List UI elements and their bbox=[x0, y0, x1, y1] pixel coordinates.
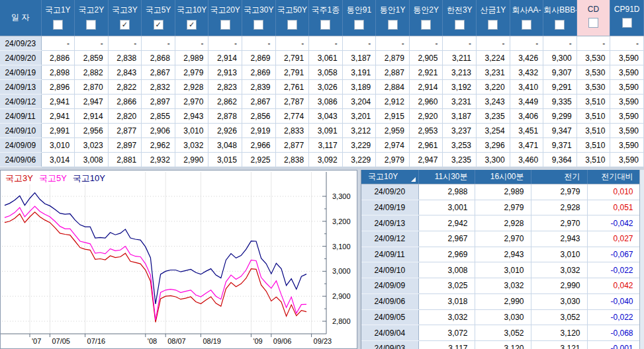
column-label: 통안91 bbox=[343, 5, 376, 16]
detail-row[interactable]: 24/09/043,0723,0523,120-0,068 bbox=[361, 325, 640, 341]
detail-row[interactable]: 24/09/122,9672,9702,9430,027 bbox=[361, 231, 640, 247]
rate-cell: 3,086 bbox=[309, 95, 343, 109]
rate-cell: 3,023 bbox=[75, 138, 109, 153]
rate-cell: 3,015 bbox=[208, 153, 242, 167]
value-1130-cell: 3,018 bbox=[418, 293, 475, 309]
column-label: 국주1종 bbox=[309, 5, 342, 16]
rate-cell: 9,307 bbox=[543, 65, 577, 80]
rate-cell: 2,991 bbox=[41, 124, 75, 138]
rate-cell: 2,947 bbox=[75, 95, 109, 109]
rate-cell: 2,912 bbox=[376, 95, 410, 109]
column-header-4: 국고5Y✓ bbox=[142, 0, 175, 36]
rates-row[interactable]: 24/09/093,0103,0232,8972,9623,0323,0482,… bbox=[0, 138, 644, 153]
column-checkbox[interactable] bbox=[488, 20, 498, 30]
vertical-scrollbar[interactable] bbox=[639, 170, 644, 349]
column-checkbox[interactable] bbox=[253, 20, 263, 30]
date-cell: 24/09/23 bbox=[0, 36, 41, 51]
detail-row[interactable]: 24/09/202,9882,9892,9790,010 bbox=[361, 184, 640, 200]
column-checkbox[interactable]: ✓ bbox=[120, 20, 130, 30]
legend-item-ktb5y: 국고5Y bbox=[39, 173, 67, 184]
detail-row[interactable]: 24/09/063,0182,9903,030-0,040 bbox=[361, 293, 640, 309]
rates-row[interactable]: 24/09/102,9912,9562,8772,9063,0102,9262,… bbox=[0, 124, 644, 138]
date-cell: 24/09/03 bbox=[361, 340, 418, 349]
column-label: 국고1Y bbox=[42, 5, 75, 16]
rate-cell: 2,869 bbox=[242, 51, 275, 65]
rates-row[interactable]: 24/09/192,8982,8822,8432,8672,9792,9132,… bbox=[0, 65, 644, 80]
rate-cell: 2,974 bbox=[376, 138, 410, 153]
column-checkbox[interactable] bbox=[320, 20, 330, 30]
rate-cell: 2,787 bbox=[275, 95, 309, 109]
rate-cell: 3,061 bbox=[309, 51, 343, 65]
rate-cell: 3,590 bbox=[610, 124, 644, 138]
detail-row[interactable]: 24/09/103,0083,0103,032-0,022 bbox=[361, 262, 640, 278]
rate-cell: 3,406 bbox=[510, 109, 543, 124]
change-cell: 0,051 bbox=[587, 200, 640, 215]
column-checkbox[interactable] bbox=[522, 20, 531, 30]
column-checkbox[interactable] bbox=[555, 20, 565, 30]
rate-cell: 3,008 bbox=[75, 153, 109, 167]
yield-chart-panel: 국고3Y국고5Y국고10Y 3,3003,2003,1003,0002,9002… bbox=[0, 170, 357, 349]
date-column-label: 일 자 bbox=[0, 12, 41, 23]
value-1130-cell: 2,967 bbox=[418, 231, 475, 247]
rates-row[interactable]: 24/09/202,8862,8592,8382,8682,9892,9142,… bbox=[0, 51, 644, 65]
rate-cell: 2,979 bbox=[376, 153, 410, 167]
column-header-2: 국고2Y bbox=[75, 0, 109, 36]
column-header-7: 국고30Y bbox=[242, 0, 275, 36]
rate-cell: 3,253 bbox=[443, 138, 477, 153]
rate-cell: 3,510 bbox=[576, 124, 610, 138]
x-axis-label: '07 bbox=[32, 337, 41, 345]
column-checkbox[interactable]: ✓ bbox=[187, 20, 197, 30]
detail-row[interactable]: 24/09/053,0323,0303,052-0,022 bbox=[361, 309, 640, 325]
detail-row[interactable]: 24/09/112,9692,9433,010-0,067 bbox=[361, 247, 640, 262]
rate-cell: 3,590 bbox=[610, 51, 644, 65]
rates-row[interactable]: 24/09/122,9412,9472,8662,8972,9702,8622,… bbox=[0, 95, 644, 109]
rate-cell: 3,510 bbox=[576, 138, 610, 153]
prev-value-cell: 3,010 bbox=[531, 247, 587, 262]
column-checkbox[interactable] bbox=[455, 20, 465, 30]
rate-cell: 3,590 bbox=[610, 153, 644, 167]
rates-row[interactable]: 24/09/23------------------ bbox=[0, 36, 644, 51]
column-label: 통안2Y bbox=[410, 5, 443, 16]
rates-row[interactable]: 24/09/063,0143,0082,8812,9322,9903,0152,… bbox=[0, 153, 644, 167]
column-label: 국고10Y bbox=[175, 5, 208, 16]
column-checkbox[interactable] bbox=[86, 20, 96, 30]
x-axis-label: '09 bbox=[253, 337, 262, 345]
rate-cell: 2,897 bbox=[108, 138, 142, 153]
rate-cell: 3,224 bbox=[477, 51, 510, 65]
rate-cell: 2,906 bbox=[142, 124, 175, 138]
detail-row[interactable]: 24/09/132,9422,9282,970-0,042 bbox=[361, 215, 640, 231]
detail-row[interactable]: 24/09/033,1173,1203,121-0,001 bbox=[361, 340, 640, 349]
column-checkbox[interactable] bbox=[421, 20, 431, 30]
detail-row[interactable]: 24/09/093,0253,0322,9900,042 bbox=[361, 278, 640, 294]
rate-cell: 2,855 bbox=[142, 109, 175, 124]
column-label: 국고30Y bbox=[242, 5, 275, 16]
value-1130-cell: 3,117 bbox=[418, 340, 475, 349]
change-cell: -0,068 bbox=[587, 325, 640, 341]
column-checkbox[interactable] bbox=[53, 20, 63, 30]
detail-sort-header[interactable]: 국고10Y bbox=[361, 170, 418, 184]
column-checkbox[interactable] bbox=[388, 20, 398, 30]
rate-cell: 3,043 bbox=[309, 109, 343, 124]
column-checkbox[interactable] bbox=[220, 20, 230, 30]
rate-cell: 3,530 bbox=[576, 51, 610, 65]
column-checkbox[interactable] bbox=[622, 18, 632, 28]
y-axis-label: 2,800 bbox=[332, 317, 351, 325]
rate-cell: 2,966 bbox=[242, 138, 275, 153]
column-checkbox[interactable] bbox=[588, 18, 598, 28]
rates-row[interactable]: 24/09/112,9412,9142,8202,8552,9432,8782,… bbox=[0, 109, 644, 124]
rate-cell: 2,959 bbox=[376, 124, 410, 138]
rate-cell: 2,919 bbox=[242, 124, 275, 138]
column-checkbox[interactable] bbox=[354, 20, 364, 30]
rate-cell: 3,300 bbox=[477, 153, 510, 167]
detail-row[interactable]: 24/09/193,0012,9792,9280,051 bbox=[361, 200, 640, 215]
rate-cell: 3,010 bbox=[175, 124, 208, 138]
prev-value-cell: 2,928 bbox=[531, 200, 587, 215]
rate-cell: 3,191 bbox=[342, 65, 376, 80]
rates-row[interactable]: 24/09/132,8962,8702,8222,8322,9282,8232,… bbox=[0, 80, 644, 95]
column-checkbox[interactable] bbox=[287, 20, 297, 30]
rate-cell: 2,941 bbox=[41, 109, 75, 124]
column-checkbox[interactable]: ✓ bbox=[154, 20, 163, 30]
date-cell: 24/09/13 bbox=[361, 215, 418, 231]
rate-cell: 2,868 bbox=[142, 51, 175, 65]
rate-cell: 2,913 bbox=[208, 65, 242, 80]
